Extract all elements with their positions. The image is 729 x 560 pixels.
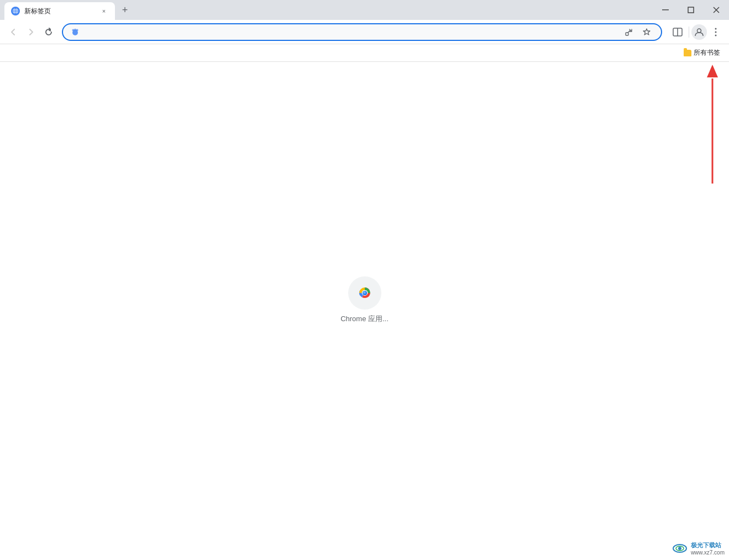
minimize-button[interactable] [653,0,678,20]
active-tab[interactable]: 新标签页 × [4,2,115,20]
chrome-icon-circle [348,276,381,310]
sidebar-toggle-button[interactable] [669,23,686,41]
svg-rect-2 [662,9,669,11]
red-arrow-indicator [685,62,729,189]
address-bar-icon [70,27,81,38]
forward-button[interactable] [22,23,40,41]
back-button[interactable] [4,23,22,41]
bookmark-folder-label: 所有书签 [694,48,720,57]
chrome-app-label: Chrome 应用... [340,314,389,324]
title-bar: 新标签页 × + [0,0,729,20]
svg-point-15 [715,31,717,33]
svg-point-16 [715,34,717,36]
address-actions [621,24,654,40]
bookmark-bar: 所有书签 [0,44,729,62]
menu-button[interactable] [707,23,725,41]
svg-point-9 [76,29,78,31]
address-bar[interactable] [62,23,662,41]
close-button[interactable] [704,0,729,20]
svg-point-19 [363,291,367,295]
profile-button[interactable] [691,24,707,40]
tab-favicon [11,7,20,15]
tab-close-button[interactable]: × [99,7,108,15]
svg-rect-3 [688,7,694,13]
restore-button[interactable] [678,0,704,20]
svg-point-7 [72,29,75,31]
bookmark-folder-icon [684,50,691,56]
address-input[interactable] [85,28,621,36]
bookmark-button[interactable] [639,24,654,40]
svg-rect-10 [626,33,628,35]
reload-button[interactable] [40,23,57,41]
share-button[interactable] [621,24,637,40]
tab-strip: 新标签页 × + [0,0,653,20]
tab-title: 新标签页 [24,7,96,16]
new-tab-button[interactable]: + [117,2,133,18]
svg-point-13 [697,29,701,33]
toolbar [0,20,729,44]
chrome-logo-icon [356,284,374,302]
window-controls [653,0,729,20]
svg-point-14 [715,28,717,29]
chrome-app-container: Chrome 应用... [340,276,389,324]
main-content: Chrome 应用... [0,62,729,560]
svg-marker-21 [707,65,718,77]
bookmark-folder-item[interactable]: 所有书签 [679,46,725,60]
svg-point-8 [74,28,76,30]
toolbar-separator [689,27,689,38]
